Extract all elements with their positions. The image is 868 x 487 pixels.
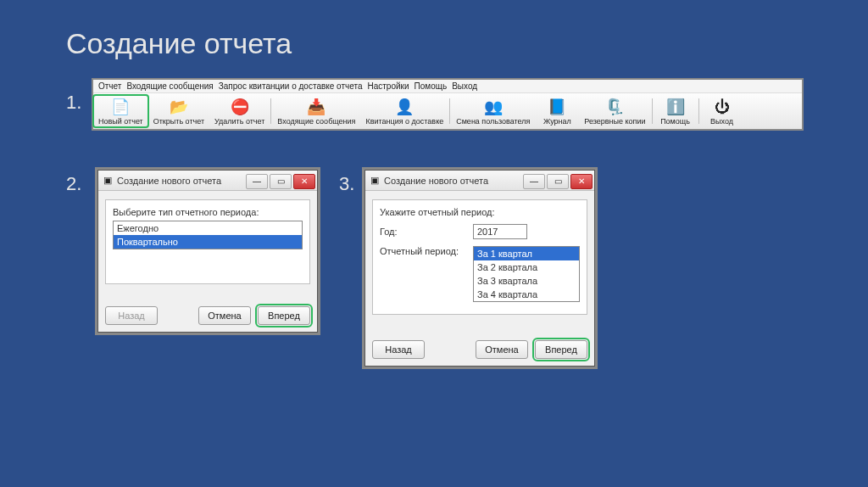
archive-icon: 🗜️ — [603, 97, 626, 117]
period-type-listbox[interactable]: Ежегодно Поквартально — [113, 221, 303, 249]
step-number-1: 1. — [66, 92, 81, 114]
help-button[interactable]: ℹ️ Помощь — [654, 95, 698, 127]
list-item[interactable]: За 2 квартала — [474, 260, 579, 274]
minimize-button[interactable]: — — [523, 174, 545, 189]
tb-label: Помощь — [660, 117, 690, 126]
menu-item[interactable]: Запрос квитанции о доставке отчета — [219, 81, 363, 91]
window-title: Создание нового отчета — [381, 176, 523, 186]
titlebar: ▣ Создание нового отчета — ▭ ✕ — [365, 171, 594, 191]
step-number-3: 3. — [339, 173, 354, 195]
menu-item[interactable]: Отчет — [98, 81, 121, 91]
tb-label: Журнал — [543, 117, 571, 126]
separator — [698, 98, 699, 124]
log-icon: 📘 — [545, 97, 569, 117]
next-button[interactable]: Вперед — [535, 340, 587, 359]
exit-button[interactable]: ⏻ Выход — [700, 95, 744, 127]
dialog-buttons: Назад Отмена Вперед — [105, 306, 310, 325]
power-icon: ⏻ — [710, 97, 734, 117]
menu-item[interactable]: Настройки — [367, 81, 409, 91]
new-report-button[interactable]: 📄 Новый отчет — [93, 95, 148, 127]
titlebar: ▣ Создание нового отчета — ▭ ✕ — [98, 171, 317, 191]
switch-user-button[interactable]: 👥 Смена пользователя — [451, 95, 535, 127]
menubar: Отчет Входящие сообщения Запрос квитанци… — [93, 80, 802, 93]
receipt-icon: 👤 — [392, 97, 416, 117]
create-report-dialog-step2: ▣ Создание нового отчета — ▭ ✕ Выберите … — [97, 170, 318, 333]
list-item[interactable]: Поквартально — [114, 235, 302, 249]
tb-label: Смена пользователя — [456, 117, 530, 126]
delete-report-button[interactable]: ⛔ Удалить отчет — [209, 95, 270, 127]
delete-icon: ⛔ — [228, 97, 252, 117]
list-item[interactable]: Ежегодно — [114, 221, 302, 235]
list-item[interactable]: За 3 квартала — [474, 274, 579, 288]
dialog-buttons: Назад Отмена Вперед — [372, 340, 587, 359]
cancel-button[interactable]: Отмена — [476, 340, 528, 359]
menu-item[interactable]: Помощь — [415, 81, 448, 91]
prompt-label: Укажите отчетный период: — [380, 207, 580, 217]
menu-item[interactable]: Входящие сообщения — [126, 81, 213, 91]
slide-title: Создание отчета — [66, 27, 292, 60]
minimize-button[interactable]: — — [246, 174, 268, 189]
tb-label: Входящие сообщения — [277, 117, 355, 126]
list-item[interactable]: За 1 квартал — [474, 247, 579, 260]
tb-label: Квитанция о доставке — [365, 117, 443, 126]
maximize-button[interactable]: ▭ — [270, 174, 292, 189]
prompt-label: Выберите тип отчетного периода: — [113, 207, 303, 217]
backup-button[interactable]: 🗜️ Резервные копии — [579, 95, 650, 127]
tb-label: Открыть отчет — [153, 117, 204, 126]
separator — [652, 98, 653, 124]
create-report-dialog-step3: ▣ Создание нового отчета — ▭ ✕ Укажите о… — [364, 170, 595, 367]
next-button[interactable]: Вперед — [258, 306, 310, 325]
file-icon: 📄 — [108, 97, 132, 117]
folder-icon: 📂 — [167, 97, 191, 117]
cancel-button[interactable]: Отмена — [198, 306, 251, 325]
tb-label: Резервные копии — [584, 117, 645, 126]
close-button[interactable]: ✕ — [570, 174, 593, 189]
maximize-button[interactable]: ▭ — [547, 174, 569, 189]
dialog-body: Выберите тип отчетного периода: Ежегодно… — [105, 199, 310, 284]
period-listbox[interactable]: За 1 квартал За 2 квартала За 3 квартала… — [473, 246, 580, 302]
users-icon: 👥 — [481, 97, 505, 117]
back-button: Назад — [105, 306, 158, 325]
separator — [270, 98, 271, 124]
period-label: Отчетный период: — [380, 246, 473, 256]
menu-item[interactable]: Выход — [452, 81, 477, 91]
close-button[interactable]: ✕ — [293, 174, 315, 189]
app-icon: ▣ — [369, 175, 381, 187]
tb-label: Удалить отчет — [214, 117, 264, 126]
log-button[interactable]: 📘 Журнал — [535, 95, 579, 127]
app-icon: ▣ — [102, 175, 114, 187]
inbox-icon: 📥 — [304, 97, 328, 117]
year-field[interactable]: 2017 — [473, 224, 527, 239]
tb-label: Выход — [710, 117, 733, 126]
tb-label: Новый отчет — [98, 117, 143, 126]
list-item[interactable]: За 4 квартала — [474, 288, 579, 301]
toolbar: 📄 Новый отчет 📂 Открыть отчет ⛔ Удалить … — [93, 93, 802, 129]
year-label: Год: — [380, 227, 473, 237]
window-title: Создание нового отчета — [114, 176, 246, 186]
inbox-button[interactable]: 📥 Входящие сообщения — [272, 95, 360, 127]
info-icon: ℹ️ — [664, 97, 687, 117]
open-report-button[interactable]: 📂 Открыть отчет — [148, 95, 209, 127]
dialog-body: Укажите отчетный период: Год: 2017 Отчет… — [372, 199, 587, 315]
app-toolbar-screenshot: Отчет Входящие сообщения Запрос квитанци… — [92, 78, 804, 131]
separator — [449, 98, 450, 124]
back-button[interactable]: Назад — [372, 340, 425, 359]
step-number-2: 2. — [66, 173, 81, 195]
receipt-button[interactable]: 👤 Квитанция о доставке — [360, 95, 448, 127]
